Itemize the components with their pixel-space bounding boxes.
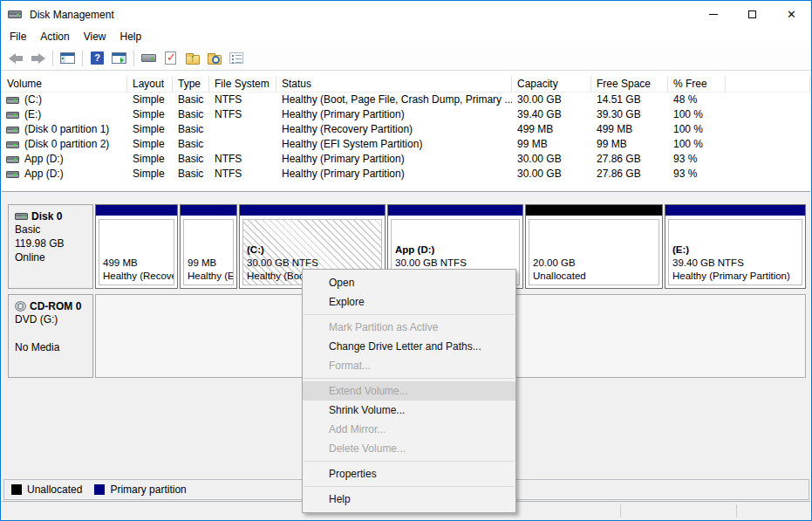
legend-item: Primary partition xyxy=(94,483,186,496)
cell-layout: Simple xyxy=(127,122,173,137)
disk-info-line: 119.98 GB xyxy=(15,237,87,250)
menu-view[interactable]: View xyxy=(77,28,113,46)
context-menu-item-change-drive-letter-and-paths[interactable]: Change Drive Letter and Paths... xyxy=(303,337,515,356)
action-pane-button[interactable] xyxy=(108,48,130,69)
context-menu-item-properties[interactable]: Properties xyxy=(303,464,515,483)
maximize-icon xyxy=(748,10,756,18)
toolbar xyxy=(1,46,811,71)
cell-filler xyxy=(726,167,810,182)
partition-label: (C:) xyxy=(247,243,378,257)
disk-name: CD-ROM 0 xyxy=(30,300,81,312)
folder-search-icon xyxy=(208,55,222,65)
table-row[interactable]: (Disk 0 partition 2)SimpleBasicHealthy (… xyxy=(2,137,810,152)
partition-color-band xyxy=(240,205,385,216)
partition-e[interactable]: (E:)39.40 GB NTFSHealthy (Primary Partit… xyxy=(665,204,806,289)
table-row[interactable]: (E:)SimpleBasicNTFSHealthy (Primary Part… xyxy=(2,107,810,122)
table-row[interactable]: (Disk 0 partition 1)SimpleBasicHealthy (… xyxy=(2,122,810,137)
partition-body: (E:)39.40 GB NTFSHealthy (Primary Partit… xyxy=(668,219,802,285)
cell-pct_free: 100 % xyxy=(668,137,726,152)
checklist-button[interactable] xyxy=(225,48,247,69)
volume-name: App (D:) xyxy=(24,152,64,167)
cell-filler xyxy=(726,107,810,122)
close-button[interactable] xyxy=(772,1,811,28)
legend-item: Unallocated xyxy=(11,483,82,496)
window-controls xyxy=(693,1,811,28)
menu-file[interactable]: File xyxy=(3,28,33,46)
console-tree-icon xyxy=(60,52,75,64)
status-bar-divider xyxy=(736,504,737,518)
volume-icon xyxy=(6,112,19,119)
help-button[interactable] xyxy=(86,48,108,69)
cell-status: Healthy (Boot, Page File, Crash Dump, Pr… xyxy=(276,93,512,107)
column-header-type[interactable]: Type xyxy=(173,76,209,93)
disk-label-cd-rom-0[interactable]: CD-ROM 0DVD (G:) No Media xyxy=(8,294,93,378)
cell-type: Basic xyxy=(173,137,209,152)
cell-status: Healthy (Primary Partition) xyxy=(276,152,512,167)
context-menu-item-open[interactable]: Open xyxy=(303,273,515,292)
cell-volume: (Disk 0 partition 2) xyxy=(2,137,127,152)
legend-color-swatch xyxy=(11,484,22,495)
back-arrow-button[interactable] xyxy=(5,48,27,69)
cell-free_space: 39.30 GB xyxy=(591,107,668,122)
cell-pct_free: 93 % xyxy=(668,167,726,182)
partition-healthy-efi-system-partition[interactable]: 99 MBHealthy (EFI System Partition) xyxy=(180,204,237,289)
cell-volume: (Disk 0 partition 1) xyxy=(2,122,127,137)
help-icon xyxy=(91,51,104,65)
device-button[interactable] xyxy=(138,48,160,69)
cell-file_system: NTFS xyxy=(209,152,276,167)
table-row[interactable]: App (D:)SimpleBasicNTFSHealthy (Primary … xyxy=(2,167,810,182)
partition-line: 20.00 GB xyxy=(533,257,655,270)
column-header-free_space[interactable]: Free Space xyxy=(591,76,668,93)
partition-line: 30.00 GB NTFS xyxy=(247,257,378,270)
cell-layout: Simple xyxy=(127,93,173,107)
context-menu-item-delete-volume: Delete Volume... xyxy=(303,439,515,458)
column-header-status[interactable]: Status xyxy=(276,76,512,93)
cell-pct_free: 48 % xyxy=(668,93,726,107)
console-tree-button[interactable] xyxy=(57,48,78,69)
cell-layout: Simple xyxy=(127,152,173,167)
cell-free_space: 27.86 GB xyxy=(591,152,668,167)
cell-volume: App (D:) xyxy=(2,167,127,182)
partition-unallocated[interactable]: 20.00 GBUnallocated xyxy=(525,204,663,289)
maximize-button[interactable] xyxy=(733,1,772,28)
column-header-file_system[interactable]: File System xyxy=(209,76,276,93)
menu-help[interactable]: Help xyxy=(113,28,149,46)
volume-icon xyxy=(6,171,19,178)
toolbar-separator xyxy=(82,51,83,66)
partition-color-band xyxy=(388,205,522,216)
partition-line: 39.40 GB NTFS xyxy=(672,257,798,270)
minimize-button[interactable] xyxy=(693,1,733,28)
cell-filler xyxy=(726,137,810,152)
partition-healthy-recovery-partition[interactable]: 499 MBHealthy (Recovery Partition) xyxy=(95,204,178,289)
column-header-capacity[interactable]: Capacity xyxy=(512,76,591,93)
folder-search-button[interactable] xyxy=(203,48,225,69)
context-menu-item-help[interactable]: Help xyxy=(303,490,515,509)
column-header-filler xyxy=(726,76,810,93)
partition-color-band xyxy=(96,205,177,216)
volume-icon xyxy=(6,156,19,163)
minimize-icon xyxy=(709,14,718,15)
action-pane-icon xyxy=(112,52,126,64)
partition-line: Healthy (Recovery Partition) xyxy=(103,270,170,283)
column-header-layout[interactable]: Layout xyxy=(127,76,173,93)
cell-free_space: 14.51 GB xyxy=(591,93,668,107)
disk-name-line: CD-ROM 0 xyxy=(15,300,87,312)
context-menu-item-explore[interactable]: Explore xyxy=(303,292,515,312)
column-header-pct_free[interactable]: % Free xyxy=(668,76,726,93)
cell-capacity: 39.40 GB xyxy=(512,107,591,122)
forward-arrow-button[interactable] xyxy=(27,48,49,69)
context-menu-item-shrink-volume[interactable]: Shrink Volume... xyxy=(303,401,515,420)
disk-label-disk-0[interactable]: Disk 0Basic119.98 GBOnline xyxy=(8,204,93,289)
check-document-button[interactable] xyxy=(160,48,181,69)
cell-capacity: 30.00 GB xyxy=(512,167,591,182)
table-row[interactable]: App (D:)SimpleBasicNTFSHealthy (Primary … xyxy=(2,152,810,167)
window-title: Disk Management xyxy=(30,9,114,21)
volume-name: App (D:) xyxy=(24,167,64,182)
menu-action[interactable]: Action xyxy=(33,28,76,46)
disk-management-app-icon xyxy=(8,9,24,21)
table-row[interactable]: (C:)SimpleBasicNTFSHealthy (Boot, Page F… xyxy=(2,93,810,107)
folder-up-button[interactable] xyxy=(181,48,203,69)
context-menu-separator xyxy=(304,461,515,462)
column-header-volume[interactable]: Volume xyxy=(2,76,127,93)
cell-capacity: 499 MB xyxy=(512,122,591,137)
